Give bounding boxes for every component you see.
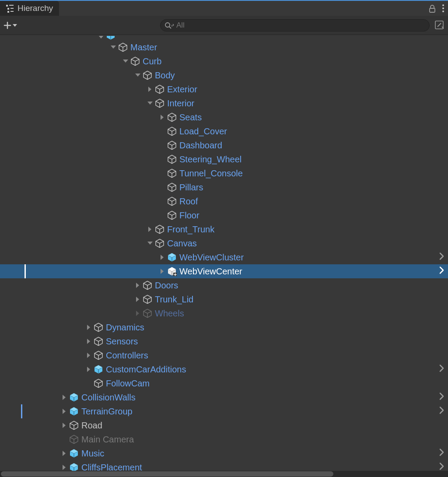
expand-toggle[interactable] [135,296,141,302]
tree-row[interactable] [0,36,448,40]
kebab-menu-icon[interactable] [442,4,444,13]
cube-outline-icon [94,351,103,360]
expand-toggle[interactable] [135,72,141,78]
open-prefab-chevron-icon[interactable] [438,253,444,263]
expand-toggle[interactable] [135,310,141,316]
prefab-blue-icon [167,253,177,262]
tree-item-label: Interior [167,98,194,109]
cube-outline-icon [143,295,152,304]
scrollbar-corner [442,471,448,477]
tree-item-label: WebViewCluster [179,253,244,263]
expand-toggle[interactable] [159,114,165,120]
expand-toggle[interactable] [147,240,153,246]
cube-outline-icon [94,323,103,332]
open-prefab-chevron-icon[interactable] [438,393,444,403]
expand-toggle[interactable] [147,100,153,106]
expand-toggle[interactable] [147,226,153,232]
tree-item-label: Load_Cover [179,126,227,137]
tree-row[interactable]: Doors [0,278,448,292]
tree-item-label: Curb [143,56,161,67]
tree-row[interactable]: Trunk_Lid [0,292,448,306]
prefab-white-plus-icon [167,267,177,276]
tree-row[interactable]: Curb [0,54,448,68]
hierarchy-icon [6,4,14,13]
tree-row[interactable]: Main Camera [0,432,448,446]
cube-outline-icon [167,182,177,192]
tree-row[interactable]: Exterior [0,82,448,96]
open-prefab-chevron-icon[interactable] [438,365,444,375]
cube-outline-icon [94,337,103,346]
tree-row[interactable]: Sensors [0,334,448,348]
cube-outline-icon [167,154,177,164]
tree-row[interactable]: TerrainGroup [0,404,448,418]
tree-row[interactable]: CustomCarAdditions [0,362,448,376]
scene-visibility-toggle-icon[interactable] [435,21,444,30]
expand-toggle[interactable] [61,464,67,470]
tree-row[interactable]: Controllers [0,348,448,362]
expand-toggle[interactable] [61,394,67,400]
tree-row[interactable]: Load_Cover [0,124,448,138]
cube-outline-icon [167,210,177,220]
tree-item-label: Body [155,70,175,81]
tree-row[interactable]: WebViewCenter [0,264,448,278]
expand-toggle[interactable] [98,36,104,40]
scrollbar-thumb[interactable] [1,471,333,477]
tree-row[interactable]: WebViewCluster [0,250,448,264]
tree-item-label: Music [81,449,104,459]
tree-row[interactable]: Roof [0,194,448,208]
expand-toggle[interactable] [86,338,92,344]
plus-icon [4,21,11,29]
expand-toggle[interactable] [61,450,67,456]
horizontal-scrollbar[interactable] [0,471,442,477]
expand-toggle[interactable] [135,282,141,288]
tree-row[interactable]: Pillars [0,180,448,194]
expand-toggle[interactable] [110,44,116,50]
tree-item-label: Trunk_Lid [155,295,193,305]
tree-row[interactable]: Master [0,40,448,54]
prefab-blue-icon [106,36,116,40]
cube-outline-icon [167,140,177,150]
tree-row[interactable]: Body [0,68,448,82]
expand-toggle[interactable] [147,86,153,92]
hierarchy-tree[interactable]: MasterCurbBodyExteriorInteriorSeatsLoad_… [0,35,448,474]
search-input[interactable] [160,19,430,32]
cube-outline-icon [167,126,177,136]
tree-row[interactable]: Floor [0,208,448,222]
tree-row[interactable]: Road [0,418,448,432]
tree-row[interactable]: FollowCam [0,376,448,390]
prefab-blue-icon [69,393,79,402]
open-prefab-chevron-icon[interactable] [438,449,444,459]
expand-toggle[interactable] [86,324,92,330]
lock-icon[interactable] [429,4,436,13]
tree-row[interactable]: Tunnel_Console [0,166,448,180]
tree-row[interactable]: Canvas [0,236,448,250]
hierarchy-tab[interactable]: Hierarchy [0,1,59,16]
open-prefab-chevron-icon[interactable] [438,267,444,277]
tree-row[interactable]: CollisionWalls [0,390,448,404]
tree-row[interactable]: Seats [0,110,448,124]
expand-toggle[interactable] [61,422,67,428]
expand-toggle[interactable] [122,58,129,64]
tree-row[interactable]: Steering_Wheel [0,152,448,166]
cube-outline-icon [155,238,164,248]
search-field-wrap [160,19,430,32]
tree-row[interactable]: Dashboard [0,138,448,152]
tree-item-label: Canvas [167,238,197,249]
tree-row[interactable]: Music [0,446,448,460]
open-prefab-chevron-icon[interactable] [438,407,444,417]
tree-item-label: FollowCam [106,379,150,389]
tree-item-label: Dashboard [179,140,222,151]
expand-toggle[interactable] [86,366,92,372]
panel-tab-bar: Hierarchy [0,0,448,16]
tree-row[interactable]: Interior [0,96,448,110]
expand-toggle[interactable] [159,254,165,260]
create-button[interactable] [4,21,18,29]
tree-row[interactable]: Dynamics [0,320,448,334]
tree-item-label: Front_Trunk [167,224,214,235]
expand-toggle[interactable] [159,268,165,274]
selection-marker [24,264,26,278]
expand-toggle[interactable] [86,352,92,358]
tree-row[interactable]: Wheels [0,306,448,320]
tree-row[interactable]: Front_Trunk [0,222,448,236]
expand-toggle[interactable] [61,408,67,414]
